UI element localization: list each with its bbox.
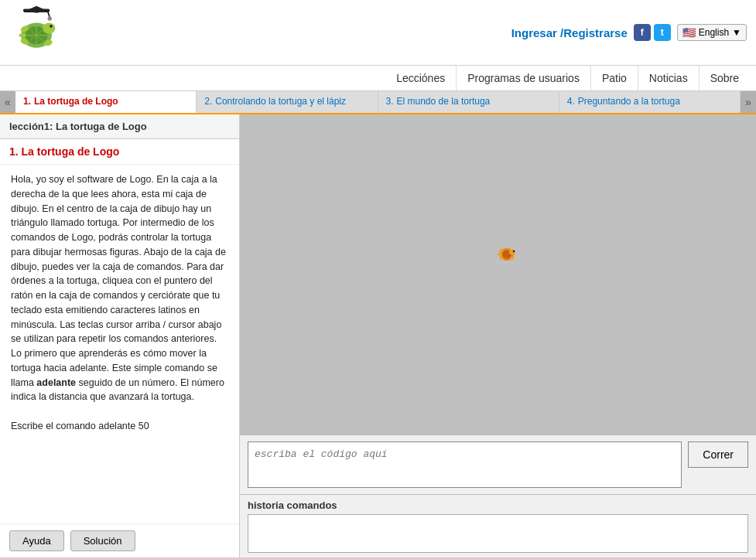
right-panel: Correr historia comandos <box>240 114 756 557</box>
twitter-icon[interactable]: t <box>654 24 671 41</box>
svg-point-10 <box>43 22 55 33</box>
main-content: lección1: La tortuga de Logo 1. La tortu… <box>0 114 756 557</box>
facebook-icon[interactable]: f <box>634 24 651 41</box>
svg-point-11 <box>50 25 53 28</box>
code-input[interactable] <box>248 441 682 488</box>
tab-4[interactable]: 4.Preguntando a la tortuga <box>559 91 741 113</box>
language-selector[interactable]: 🇺🇸 English ▼ <box>677 24 747 41</box>
login-link[interactable]: Ingresar /Registrarse <box>511 26 628 39</box>
canvas-area <box>240 114 756 435</box>
command-area: Correr <box>240 435 756 494</box>
header: Ingresar /Registrarse f t 🇺🇸 English ▼ <box>0 0 756 66</box>
header-top-row: Ingresar /Registrarse f t 🇺🇸 English ▼ <box>511 24 747 41</box>
header-right: Ingresar /Registrarse f t 🇺🇸 English ▼ <box>511 24 747 41</box>
tabs-left-arrow[interactable]: « <box>0 91 15 113</box>
run-button[interactable]: Correr <box>688 441 748 468</box>
history-area: historia comandos <box>240 494 756 557</box>
tab-2[interactable]: 2.Controlando la tortuga y el lápiz <box>197 91 378 113</box>
tabs-right-arrow[interactable]: » <box>741 91 756 113</box>
svg-point-18 <box>509 250 515 255</box>
lesson-buttons: Ayuda Solución <box>0 523 239 557</box>
tab-1-num: 1. <box>23 96 31 107</box>
nav-item-programas[interactable]: Programas de usuarios <box>456 66 590 90</box>
tab-4-num: 4. <box>567 96 575 107</box>
svg-point-15 <box>19 33 26 37</box>
solution-button[interactable]: Solución <box>70 530 135 551</box>
tabs-row: « 1.La tortuga de Logo 2.Controlando la … <box>0 91 756 114</box>
history-label: historia comandos <box>248 499 748 511</box>
tab-2-num: 2. <box>204 96 212 107</box>
logo-turtle-icon <box>9 5 65 60</box>
history-content <box>248 514 748 553</box>
tab-2-label: Controlando la tortuga y el lápiz <box>215 96 346 107</box>
tab-1[interactable]: 1.La tortuga de Logo <box>15 91 197 113</box>
nav-item-noticias[interactable]: Noticias <box>638 66 699 90</box>
nav-item-sobre[interactable]: Sobre <box>699 66 750 90</box>
turtle-sprite <box>495 242 518 271</box>
tab-3[interactable]: 3.El mundo de la tortuga <box>378 91 559 113</box>
flag-icon: 🇺🇸 <box>682 26 696 39</box>
lesson-title: 1. La tortuga de Logo <box>0 139 239 165</box>
lesson-header: lección1: La tortuga de Logo <box>0 114 239 139</box>
language-label: English <box>699 27 729 38</box>
turtle-canvas-icon <box>495 242 518 265</box>
nav-item-patio[interactable]: Patio <box>590 66 638 90</box>
lesson-body-text3: Escribe el comando adelante 50 <box>11 421 149 431</box>
tab-4-label: Preguntando a la tortuga <box>578 96 680 107</box>
lesson-body-text: Hola, yo soy el software de Logo. En la … <box>11 174 226 388</box>
tab-3-num: 3. <box>386 96 394 107</box>
svg-point-19 <box>513 251 515 252</box>
logo-area <box>9 5 65 60</box>
social-icons: f t <box>634 24 671 41</box>
tab-3-label: El mundo de la tortuga <box>397 96 491 107</box>
svg-line-2 <box>48 11 50 17</box>
chevron-down-icon: ▼ <box>732 27 741 38</box>
lesson-body: Hola, yo soy el software de Logo. En la … <box>0 165 239 523</box>
tab-1-label: La tortuga de Logo <box>34 96 118 107</box>
nav-item-lecciones[interactable]: Lecciónes <box>385 66 456 90</box>
help-button[interactable]: Ayuda <box>9 530 64 551</box>
left-panel: lección1: La tortuga de Logo 1. La tortu… <box>0 114 240 557</box>
lesson-body-bold: adelante <box>36 377 76 388</box>
svg-point-23 <box>498 253 502 256</box>
svg-point-3 <box>48 16 52 20</box>
nav-bar: Lecciónes Programas de usuarios Patio No… <box>0 66 756 91</box>
